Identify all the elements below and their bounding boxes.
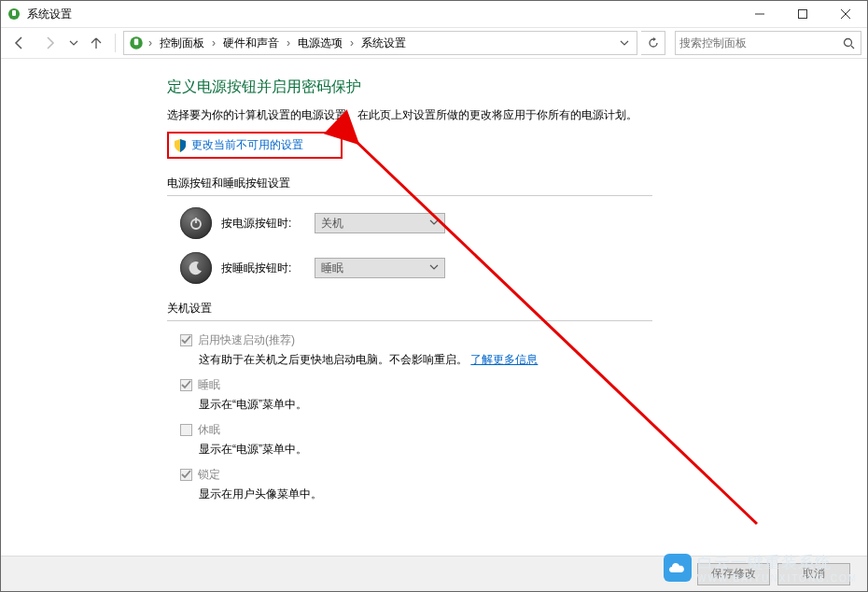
nav-separator (115, 34, 116, 52)
breadcrumb-item[interactable]: 系统设置 (357, 35, 410, 51)
page-heading: 定义电源按钮并启用密码保护 (167, 78, 867, 97)
lock-opt-block: 锁定 显示在用户头像菜单中。 (180, 467, 867, 502)
search-icon[interactable] (840, 37, 857, 49)
sleep-opt-label: 睡眠 (198, 377, 220, 393)
nav-bar: › 控制面板 › 硬件和声音 › 电源选项 › 系统设置 (1, 27, 867, 59)
breadcrumb-item[interactable]: 控制面板 (156, 35, 208, 51)
breadcrumb-item[interactable]: 硬件和声音 (219, 35, 283, 51)
change-unavailable-settings-link[interactable]: 更改当前不可用的设置 (191, 137, 303, 153)
power-button-value: 关机 (321, 216, 343, 232)
sleep-icon (180, 252, 212, 284)
cancel-button[interactable]: 取消 (777, 563, 850, 585)
sleep-button-label: 按睡眠按钮时: (221, 261, 305, 276)
page-description: 选择要为你的计算机设置的电源设置。在此页上对设置所做的更改将应用于你所有的电源计… (167, 106, 867, 124)
hibernate-opt-block: 休眠 显示在“电源”菜单中。 (180, 422, 867, 458)
breadcrumb-dropdown-icon[interactable] (616, 38, 633, 48)
svg-rect-1 (12, 10, 16, 16)
sleep-button-row: 按睡眠按钮时: 睡眠 (180, 252, 867, 284)
sleep-button-value: 睡眠 (321, 261, 343, 276)
title-bar: 系统设置 (1, 1, 867, 27)
fast-startup-label: 启用快速启动(推荐) (198, 332, 295, 348)
svg-rect-2 (799, 10, 807, 19)
section-label-shutdown: 关机设置 (167, 301, 867, 317)
sleep-opt-block: 睡眠 显示在“电源”菜单中。 (180, 377, 867, 413)
hibernate-opt-label: 休眠 (198, 422, 220, 438)
content-area: 定义电源按钮并启用密码保护 选择要为你的计算机设置的电源设置。在此页上对设置所做… (1, 59, 867, 556)
sleep-button-combo[interactable]: 睡眠 (315, 258, 445, 278)
refresh-button[interactable] (641, 31, 665, 55)
learn-more-link[interactable]: 了解更多信息 (470, 353, 538, 366)
up-button[interactable] (85, 30, 107, 56)
lock-checkbox[interactable] (180, 469, 192, 481)
sleep-checkbox[interactable] (180, 379, 192, 391)
forward-button[interactable] (36, 30, 63, 56)
minimize-button[interactable] (738, 1, 781, 27)
shield-icon (173, 138, 188, 153)
hibernate-opt-desc: 显示在“电源”菜单中。 (199, 442, 867, 458)
maximize-button[interactable] (781, 1, 824, 27)
section-rule (167, 320, 652, 321)
chevron-down-icon (429, 261, 439, 275)
lock-opt-label: 锁定 (198, 467, 220, 483)
breadcrumb-icon (128, 35, 145, 51)
section-label-buttons: 电源按钮和睡眠按钮设置 (167, 176, 867, 191)
breadcrumb[interactable]: › 控制面板 › 硬件和声音 › 电源选项 › 系统设置 (123, 31, 637, 55)
power-button-row: 按电源按钮时: 关机 (180, 207, 867, 239)
breadcrumb-separator: › (285, 36, 292, 49)
fast-startup-checkbox[interactable] (180, 334, 192, 346)
fast-startup-block: 启用快速启动(推荐) 这有助于在关机之后更快地启动电脑。不会影响重启。 了解更多… (180, 332, 867, 368)
window-title: 系统设置 (27, 7, 72, 22)
breadcrumb-item[interactable]: 电源选项 (294, 35, 346, 51)
lock-opt-desc: 显示在用户头像菜单中。 (199, 486, 867, 502)
back-button[interactable] (7, 30, 33, 56)
window-controls (738, 1, 867, 27)
change-settings-highlight: 更改当前不可用的设置 (167, 132, 343, 159)
history-dropdown[interactable] (66, 30, 81, 56)
power-button-label: 按电源按钮时: (221, 216, 305, 232)
search-input[interactable] (679, 36, 840, 49)
power-icon (180, 207, 212, 239)
breadcrumb-separator: › (147, 36, 154, 49)
sleep-opt-desc: 显示在“电源”菜单中。 (199, 397, 867, 413)
chevron-down-icon (429, 217, 439, 230)
close-button[interactable] (824, 1, 867, 27)
hibernate-checkbox[interactable] (180, 424, 192, 436)
search-box[interactable] (675, 31, 861, 55)
section-rule (167, 195, 652, 196)
svg-rect-4 (134, 39, 139, 46)
breadcrumb-separator: › (348, 36, 356, 49)
power-button-combo[interactable]: 关机 (315, 213, 445, 233)
breadcrumb-separator: › (210, 36, 217, 49)
footer-bar: 保存修改 取消 (1, 556, 867, 591)
app-icon (7, 7, 21, 21)
fast-startup-desc: 这有助于在关机之后更快地启动电脑。不会影响重启。 了解更多信息 (199, 352, 867, 368)
save-button[interactable]: 保存修改 (697, 563, 770, 585)
svg-point-5 (844, 38, 851, 46)
